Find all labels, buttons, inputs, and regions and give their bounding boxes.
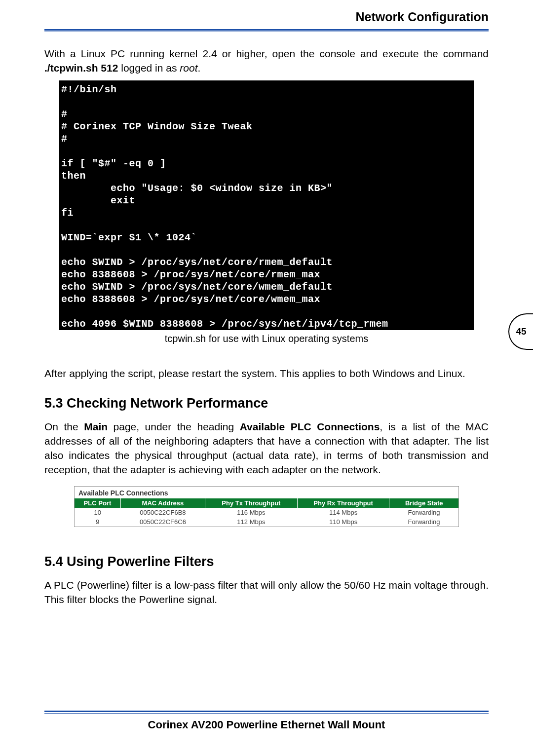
footer-rule <box>44 711 489 714</box>
p53-c: page, under the heading <box>108 421 240 432</box>
intro-mid: logged in as <box>118 62 180 74</box>
cell-mac: 0050C22CF6B8 <box>120 508 205 517</box>
section-5-3-paragraph: On the Main page, under the heading Avai… <box>44 420 489 477</box>
cell-tx: 116 Mbps <box>205 508 298 517</box>
table-row: 9 0050C22CF6C6 112 Mbps 110 Mbps Forward… <box>75 517 458 527</box>
col-bridge-state: Bridge State <box>389 498 458 508</box>
terminal-caption: tcpwin.sh for use with Linux operating s… <box>44 333 489 344</box>
terminal-code-block: #!/bin/sh # # Corinex TCP Window Size Tw… <box>59 80 474 330</box>
cell-port: 9 <box>75 517 120 527</box>
cell-mac: 0050C22CF6C6 <box>120 517 205 527</box>
page-footer: Corinex AV200 Powerline Ethernet Wall Mo… <box>44 696 489 741</box>
col-plc-port: PLC Port <box>75 498 120 508</box>
header-rule <box>44 29 489 32</box>
section-5-4-paragraph: A PLC (Powerline) filter is a low-pass f… <box>44 578 489 607</box>
intro-paragraph: With a Linux PC running kernel 2.4 or hi… <box>44 47 489 76</box>
cell-rx: 110 Mbps <box>297 517 389 527</box>
page-number-thumb: 45 <box>508 313 533 350</box>
col-phy-rx: Phy Rx Throughput <box>297 498 389 508</box>
cell-rx: 114 Mbps <box>297 508 389 517</box>
intro-cmd: ./tcpwin.sh 512 <box>44 62 118 74</box>
header-title: Network Configuration <box>44 0 489 29</box>
plc-figure-title: Available PLC Connections <box>75 487 458 498</box>
intro-user: root <box>180 62 197 74</box>
cell-state: Forwarding <box>389 508 458 517</box>
table-row: 10 0050C22CF6B8 116 Mbps 114 Mbps Forwar… <box>75 508 458 517</box>
section-5-4-heading: 5.4 Using Powerline Filters <box>44 554 489 569</box>
cell-tx: 112 Mbps <box>205 517 298 527</box>
section-5-3-heading: 5.3 Checking Network Performance <box>44 396 489 411</box>
p53-avail: Available PLC Connections <box>240 421 380 432</box>
page-number: 45 <box>516 326 526 337</box>
plc-connections-figure: Available PLC Connections PLC Port MAC A… <box>74 486 459 527</box>
p53-a: On the <box>44 421 84 432</box>
p53-main: Main <box>84 421 108 432</box>
col-mac-address: MAC Address <box>120 498 205 508</box>
footer-product-name: Corinex AV200 Powerline Ethernet Wall Mo… <box>44 718 489 741</box>
plc-table-header-row: PLC Port MAC Address Phy Tx Throughput P… <box>75 498 458 508</box>
plc-table: PLC Port MAC Address Phy Tx Throughput P… <box>75 498 458 527</box>
after-script-paragraph: After applying the script, please restar… <box>44 367 489 381</box>
col-phy-tx: Phy Tx Throughput <box>205 498 298 508</box>
cell-state: Forwarding <box>389 517 458 527</box>
intro-prefix: With a Linux PC running kernel 2.4 or hi… <box>44 48 489 59</box>
cell-port: 10 <box>75 508 120 517</box>
intro-suffix: . <box>198 62 201 74</box>
